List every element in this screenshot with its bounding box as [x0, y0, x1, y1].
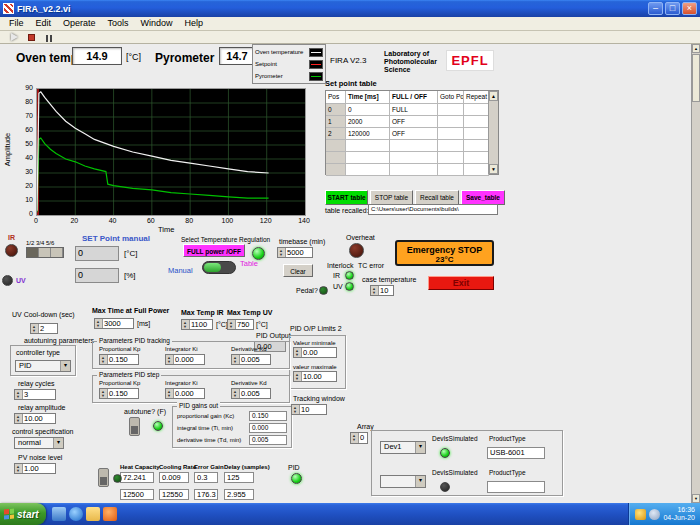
- table-cell[interactable]: 2000: [346, 116, 390, 128]
- table-cell[interactable]: 1: [326, 116, 346, 128]
- pid-limit-min-input[interactable]: 0.00: [293, 347, 337, 358]
- heat-value-r2[interactable]: 176.3: [194, 489, 218, 500]
- full-power-button[interactable]: FULL power /OFF: [183, 244, 245, 257]
- manual-power-value[interactable]: 0: [75, 268, 119, 283]
- table-cell[interactable]: OFF: [390, 116, 438, 128]
- tracking-kp-input[interactable]: 0.150: [99, 354, 139, 365]
- scroll-up-icon[interactable]: [489, 91, 498, 101]
- menu-help[interactable]: Help: [179, 17, 210, 30]
- table-cell[interactable]: [464, 140, 489, 152]
- heat-value-r2[interactable]: 12500: [120, 489, 154, 500]
- max-time-input[interactable]: 3000: [94, 318, 134, 329]
- autotune-toggle[interactable]: [129, 417, 140, 436]
- scrollbar-thumb[interactable]: [692, 54, 700, 102]
- table-cell[interactable]: 0: [346, 104, 390, 116]
- table-scrollbar[interactable]: [488, 91, 498, 174]
- folder-icon[interactable]: [86, 507, 100, 521]
- menu-window[interactable]: Window: [135, 17, 179, 30]
- array-index-input[interactable]: 0: [350, 432, 368, 444]
- table-cell[interactable]: [464, 152, 489, 164]
- abort-icon[interactable]: [25, 32, 38, 43]
- table-cell[interactable]: 0: [326, 104, 346, 116]
- table-cell[interactable]: [346, 152, 390, 164]
- heat-model-toggle[interactable]: [98, 468, 109, 487]
- max-temp-ir-input[interactable]: 1100: [181, 319, 213, 330]
- pause-icon[interactable]: [42, 32, 55, 43]
- relay-amplitude-input[interactable]: 10.00: [14, 413, 56, 424]
- heat-value-r1[interactable]: 0.3: [194, 472, 218, 483]
- table-cell[interactable]: [438, 128, 464, 140]
- heat-value-r2[interactable]: 2.955: [224, 489, 254, 500]
- case-temp-input[interactable]: 10: [370, 285, 394, 296]
- timebase-input[interactable]: 5000: [277, 247, 313, 258]
- manual-temp-value[interactable]: 0: [75, 246, 119, 261]
- table-cell[interactable]: 2: [326, 128, 346, 140]
- table-cell[interactable]: [464, 116, 489, 128]
- uv-led[interactable]: [2, 275, 13, 286]
- ir-led[interactable]: [5, 244, 18, 257]
- clear-button[interactable]: Clear: [283, 264, 313, 277]
- save-table-button[interactable]: Save_table: [461, 190, 505, 205]
- setpoint-table[interactable]: PosTime [ms]FULL / OFFGoto PoRepeat N ti…: [325, 90, 499, 175]
- table-cell[interactable]: [390, 140, 438, 152]
- close-icon[interactable]: [682, 2, 697, 15]
- tracking-window-input[interactable]: 10: [291, 404, 327, 415]
- menu-edit[interactable]: Edit: [30, 17, 58, 30]
- table-cell[interactable]: [390, 152, 438, 164]
- table-cell[interactable]: [438, 152, 464, 164]
- pedal-led[interactable]: [319, 286, 328, 295]
- table-cell[interactable]: [438, 140, 464, 152]
- stop-table-button[interactable]: STOP table: [370, 190, 413, 205]
- maximize-icon[interactable]: [665, 2, 680, 15]
- relay-cycles-input[interactable]: 3: [14, 389, 56, 400]
- controller-type-select[interactable]: PID: [15, 360, 71, 372]
- table-recalled-path[interactable]: C:\Users\user\Documents\builds\: [368, 204, 498, 215]
- volume-icon[interactable]: [649, 509, 660, 520]
- heat-value-r1[interactable]: 72.241: [120, 472, 154, 483]
- max-temp-uv-input[interactable]: 750: [227, 319, 254, 330]
- tracking-kd-input[interactable]: 0.005: [231, 354, 271, 365]
- table-cell[interactable]: 120000: [346, 128, 390, 140]
- emergency-stop-button[interactable]: Emergency STOP 23°C: [395, 240, 494, 266]
- manual-table-toggle[interactable]: [202, 261, 236, 274]
- recall-table-button[interactable]: Recall table: [415, 190, 459, 205]
- media-icon[interactable]: [103, 507, 117, 521]
- table-cell[interactable]: OFF: [390, 128, 438, 140]
- table-cell[interactable]: [464, 164, 489, 176]
- lamp-pair-selector[interactable]: [26, 247, 64, 258]
- pid-limit-max-input[interactable]: 10.00: [293, 371, 337, 382]
- table-cell[interactable]: [438, 104, 464, 116]
- ie-icon[interactable]: [69, 507, 83, 521]
- table-cell[interactable]: [438, 116, 464, 128]
- control-spec-select[interactable]: normal: [14, 437, 64, 449]
- desktop-icon[interactable]: [52, 507, 66, 521]
- table-cell[interactable]: [464, 128, 489, 140]
- heat-value-r1[interactable]: 0.009: [159, 472, 189, 483]
- device-selector-2[interactable]: [380, 475, 426, 488]
- menu-tools[interactable]: Tools: [102, 17, 135, 30]
- step-kp-input[interactable]: 0.150: [99, 388, 139, 399]
- exit-button[interactable]: Exit: [428, 276, 494, 290]
- start-table-button[interactable]: START table: [325, 190, 368, 205]
- table-cell[interactable]: [346, 140, 390, 152]
- scroll-down-icon[interactable]: [489, 164, 498, 174]
- table-cell[interactable]: [326, 152, 346, 164]
- shield-icon[interactable]: [635, 509, 646, 520]
- heat-value-r1[interactable]: 125: [224, 472, 254, 483]
- tracking-ki-input[interactable]: 0.000: [165, 354, 205, 365]
- device-selector-1[interactable]: Dev1: [380, 441, 426, 454]
- step-kd-input[interactable]: 0.005: [231, 388, 271, 399]
- step-ki-input[interactable]: 0.000: [165, 388, 205, 399]
- minimize-icon[interactable]: [648, 2, 663, 15]
- heat-value-r2[interactable]: 12550: [159, 489, 189, 500]
- pv-noise-input[interactable]: 1.00: [14, 463, 56, 474]
- run-icon[interactable]: [8, 32, 21, 43]
- table-cell[interactable]: [326, 164, 346, 176]
- table-cell[interactable]: [464, 104, 489, 116]
- menu-operate[interactable]: Operate: [57, 17, 102, 30]
- vertical-scrollbar[interactable]: [691, 44, 700, 503]
- table-cell[interactable]: [438, 164, 464, 176]
- uv-cooldown-input[interactable]: 2: [30, 323, 58, 334]
- scroll-up-icon[interactable]: [692, 44, 700, 53]
- scroll-down-icon[interactable]: [692, 494, 700, 503]
